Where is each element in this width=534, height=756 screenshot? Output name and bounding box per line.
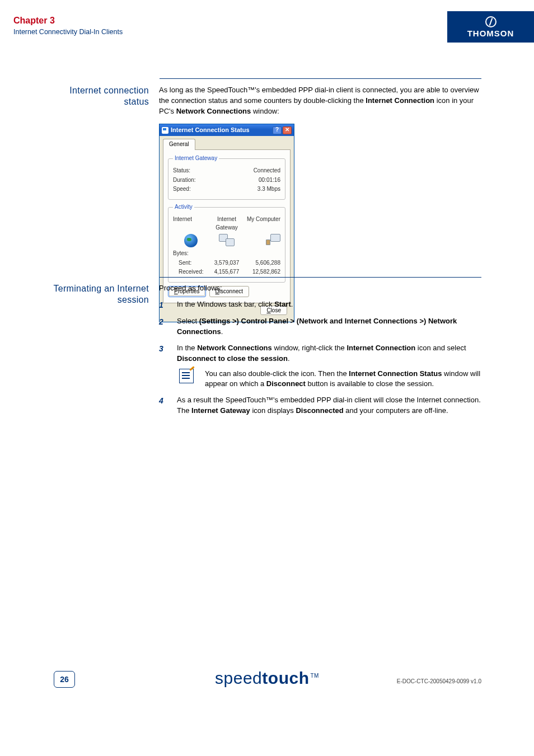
sent-row: Sent: 3,579,037 5,606,288 [173, 259, 280, 267]
computer-icon [268, 234, 280, 245]
list-text: In the Network Connections window, right… [177, 343, 481, 389]
tab-panel: Internet Gateway Status:Connected Durati… [163, 149, 291, 304]
speed-label: Speed: [173, 185, 191, 194]
speed-value: 3.3 Mbps [257, 185, 280, 194]
brand-block: THOMSON [447, 11, 534, 43]
close-button[interactable]: ✕ [283, 126, 292, 134]
dialog-title-text: Internet Connection Status [171, 126, 273, 135]
list-item: 1 In the Windows task bar, click Start. [159, 299, 481, 311]
list-item: 2 Select (Settings >) Control Panel > (N… [159, 316, 481, 337]
intro-paragraph: As long as the SpeedTouch™'s embedded PP… [159, 85, 481, 117]
brand-name: THOMSON [467, 29, 514, 38]
bytes-label: Bytes: [173, 250, 189, 258]
note-text: You can also double-click the icon. Then… [205, 369, 481, 390]
chapter-heading: Chapter 3 Internet Connectivity Dial-In … [13, 16, 123, 36]
sent-mycomputer: 5,606,288 [245, 259, 280, 267]
col-gateway: Internet Gateway [209, 215, 244, 232]
note-icon [179, 369, 194, 383]
intro-text: Proceed as follows: [159, 283, 481, 294]
list-text: Select (Settings >) Control Panel > (Net… [177, 316, 481, 337]
sent-label: Sent: [173, 259, 208, 267]
speedtouch-logo: speedtouchTM [215, 669, 319, 688]
note-row: You can also double-click the icon. Then… [177, 369, 481, 390]
page-number: 26 [54, 671, 75, 688]
list-text: In the Windows task bar, click Start. [177, 299, 481, 311]
sent-gateway: 3,579,037 [209, 259, 244, 267]
ordered-list: 1 In the Windows task bar, click Start. … [159, 299, 481, 416]
list-text: As a result the SpeedTouch™'s embedded P… [177, 395, 481, 416]
duration-value: 00:01:16 [259, 176, 280, 185]
list-number: 4 [159, 395, 177, 416]
received-gateway: 4,155,677 [209, 268, 244, 276]
list-number: 1 [159, 299, 177, 311]
help-button[interactable]: ? [273, 126, 282, 134]
activity-icons [173, 233, 280, 247]
doc-id: E-DOC-CTC-20050429-0099 v1.0 [397, 678, 481, 684]
section-label: Terminating an Internet session [13, 283, 159, 422]
status-value: Connected [254, 167, 280, 175]
col-internet: Internet [173, 215, 208, 232]
group-legend: Activity [173, 203, 194, 212]
group-internet-gateway: Internet Gateway Status:Connected Durati… [168, 154, 285, 200]
received-label: Received: [173, 268, 208, 276]
chapter-subtitle: Internet Connectivity Dial-In Clients [13, 28, 123, 36]
divider [160, 277, 481, 278]
tab-general[interactable]: General [163, 139, 195, 150]
duration-label: Duration: [173, 176, 196, 185]
dialog-titlebar: Internet Connection Status ? ✕ [160, 124, 294, 137]
group-activity: Activity Internet Internet Gateway My Co… [168, 203, 285, 283]
list-number: 2 [159, 316, 177, 337]
received-row: Received: 4,155,677 12,582,862 [173, 268, 280, 276]
list-item: 3 In the Network Connections window, rig… [159, 343, 481, 389]
chapter-title: Chapter 3 [13, 16, 123, 26]
status-label: Status: [173, 167, 190, 175]
list-number: 3 [159, 343, 177, 389]
thomson-logo-icon [485, 16, 496, 27]
activity-headers: Internet Internet Gateway My Computer [173, 215, 280, 232]
globe-icon [184, 234, 198, 247]
received-mycomputer: 12,582,862 [245, 268, 280, 276]
col-mycomputer: My Computer [245, 215, 280, 232]
section-terminating-session: Terminating an Internet session Proceed … [13, 283, 481, 422]
divider [160, 78, 481, 79]
dialog-icon [162, 127, 168, 134]
gateway-icon [219, 234, 235, 246]
section-body: Proceed as follows: 1 In the Windows tas… [159, 283, 481, 422]
list-item: 4 As a result the SpeedTouch™'s embedded… [159, 395, 481, 416]
group-legend: Internet Gateway [173, 154, 219, 163]
